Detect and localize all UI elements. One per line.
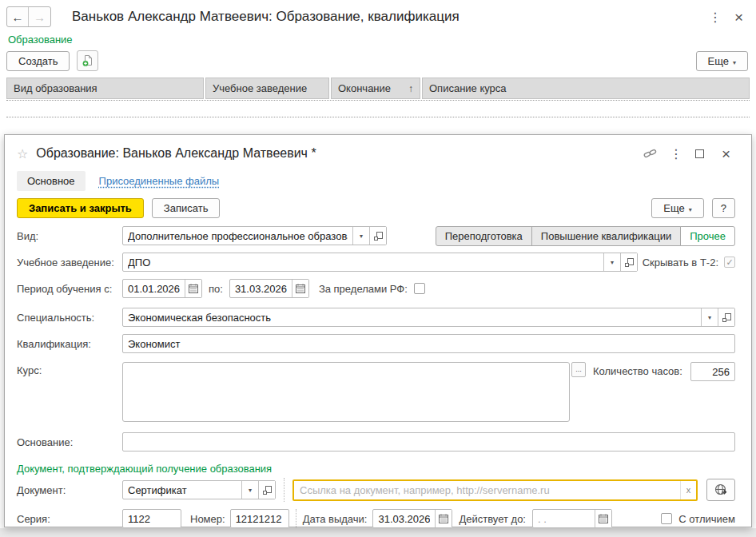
chevron-down-icon: ▾	[708, 314, 711, 321]
kind-open-button[interactable]	[369, 227, 386, 245]
table-header-row: Вид образования Учебное заведение Оконча…	[6, 78, 750, 99]
course-expand-button[interactable]: ...	[571, 362, 586, 377]
period-from-calendar-button[interactable]	[185, 280, 201, 297]
hours-input[interactable]	[691, 366, 734, 378]
save-and-close-button[interactable]: Записать и закрыть	[17, 198, 144, 218]
chevron-down-icon: ▾	[733, 59, 736, 66]
qualification-row: Квалификация:	[17, 334, 735, 353]
issue-date-calendar-button[interactable]	[435, 510, 452, 527]
create-by-copy-button[interactable]	[77, 50, 98, 71]
column-header-uchebnoe-zavedenie[interactable]: Учебное заведение	[205, 78, 329, 99]
dialog-more-button[interactable]: Еще▾	[651, 198, 703, 218]
period-to-calendar-button[interactable]	[292, 280, 308, 297]
hide-t2-checkbox[interactable]	[724, 257, 735, 268]
dialog-close-button[interactable]: ×	[717, 146, 735, 161]
specialty-dropdown-button[interactable]: ▾	[701, 308, 718, 326]
clear-link-button[interactable]: x	[680, 481, 696, 499]
group-separator	[296, 509, 296, 528]
table-empty-row[interactable]	[6, 100, 750, 117]
qualification-input[interactable]	[123, 338, 734, 350]
number-input[interactable]	[231, 513, 288, 525]
institution-dropdown-button[interactable]: ▾	[603, 253, 620, 271]
number-label: Номер:	[190, 513, 225, 525]
kind-label: Вид:	[17, 230, 122, 242]
qualification-label: Квалификация:	[17, 338, 122, 350]
valid-until-label: Действует до:	[459, 513, 526, 525]
period-from-label: Период обучения с:	[17, 283, 122, 295]
save-button[interactable]: Записать	[152, 198, 221, 218]
series-input[interactable]	[123, 513, 181, 525]
kind-dropdown-button[interactable]: ▾	[352, 227, 369, 245]
kebab-menu-icon: ⋮	[670, 146, 682, 161]
institution-open-button[interactable]	[620, 253, 637, 271]
basis-input[interactable]	[123, 436, 734, 448]
calendar-icon	[439, 514, 448, 523]
type-button-prochee[interactable]: Прочее	[680, 226, 735, 246]
back-button[interactable]: ←	[7, 7, 29, 26]
open-form-icon	[263, 486, 272, 495]
sort-asc-icon: ↑	[408, 83, 413, 94]
dialog-titlebar: ☆ Образование: Ваньков Александр Матвеев…	[17, 135, 735, 163]
type-button-povyshenie-kvalifikacii[interactable]: Повышение квалификации	[531, 226, 681, 246]
globe-arrow-icon	[714, 483, 728, 497]
kind-row: Вид: ▾ Переподготовка Повышение квалифик…	[17, 226, 735, 245]
type-button-perepodgotovka[interactable]: Переподготовка	[436, 226, 532, 246]
course-textarea[interactable]	[122, 362, 570, 422]
period-row: Период обучения с: по: За пределами РФ:	[17, 279, 735, 298]
open-link-in-browser-button[interactable]	[706, 479, 735, 501]
chevron-down-icon: ▾	[249, 487, 252, 494]
document-dropdown-button[interactable]: ▾	[241, 481, 258, 499]
column-header-vid-obrazovaniya[interactable]: Вид образования	[6, 78, 204, 99]
period-to-input[interactable]	[230, 283, 292, 295]
favorite-star-icon[interactable]: ☆	[17, 146, 28, 161]
close-icon: ×	[734, 9, 743, 26]
kebab-menu-icon: ⋮	[709, 10, 722, 24]
dialog-menu-button[interactable]: ⋮	[670, 146, 682, 161]
maximize-button[interactable]	[695, 149, 704, 158]
list-more-button[interactable]: Еще▾	[696, 51, 748, 71]
forward-button[interactable]: →	[29, 7, 50, 26]
education-section-link[interactable]: Образование	[8, 34, 73, 46]
chevron-down-icon: ▾	[689, 206, 692, 213]
window-close-button[interactable]: ×	[730, 10, 748, 25]
outside-rf-checkbox[interactable]	[414, 283, 425, 294]
back-icon: ←	[12, 10, 24, 24]
history-nav: ← →	[6, 6, 51, 27]
period-to-label: по:	[209, 283, 223, 295]
tab-osnovnoe[interactable]: Основное	[17, 171, 86, 191]
hours-label: Количество часов:	[593, 362, 682, 377]
valid-until-field	[532, 509, 612, 528]
open-form-icon	[374, 232, 383, 241]
calendar-icon	[296, 284, 305, 293]
create-button[interactable]: Создать	[6, 51, 70, 71]
close-icon: ×	[722, 146, 730, 161]
maximize-icon	[695, 149, 704, 158]
specialty-combo: ▾	[122, 308, 735, 327]
period-from-field	[122, 279, 202, 298]
window-menu-button[interactable]: ⋮	[701, 10, 730, 25]
tab-prisoedinennye-fayly[interactable]: Присоединенные файлы	[99, 175, 220, 187]
specialty-row: Специальность: ▾	[17, 308, 735, 327]
help-button[interactable]: ?	[712, 198, 735, 218]
document-combo: ▾	[122, 480, 276, 499]
specialty-open-button[interactable]	[718, 308, 734, 326]
dialog-command-bar: Записать и закрыть Записать Еще▾ ?	[17, 197, 735, 219]
get-link-button[interactable]	[643, 148, 657, 160]
basis-row: Основание:	[17, 432, 735, 451]
document-input[interactable]	[123, 484, 241, 496]
column-header-opisanie-kursa[interactable]: Описание курса	[422, 78, 750, 99]
column-header-okonchanie[interactable]: Окончание↑	[331, 78, 420, 99]
dialog-title: Образование: Ваньков Александр Матвеевич…	[36, 146, 316, 161]
with-honors-label: С отличием	[678, 513, 735, 525]
kind-input[interactable]	[123, 230, 352, 242]
document-link-input[interactable]	[294, 484, 680, 496]
document-open-button[interactable]	[258, 481, 275, 499]
valid-until-calendar-button[interactable]	[595, 510, 611, 527]
period-from-input[interactable]	[123, 283, 185, 295]
valid-until-input[interactable]	[533, 513, 595, 525]
institution-input[interactable]	[123, 257, 603, 268]
number-field	[230, 509, 289, 528]
issue-date-input[interactable]	[373, 513, 435, 525]
specialty-input[interactable]	[123, 312, 701, 324]
with-honors-checkbox[interactable]	[661, 513, 672, 524]
